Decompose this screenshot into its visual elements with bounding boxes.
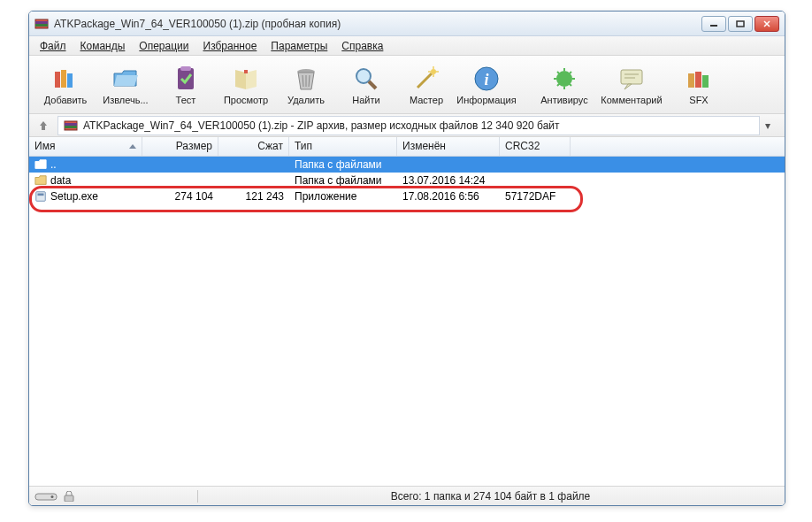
test-button[interactable]: Тест: [157, 59, 215, 111]
app-icon: [34, 17, 49, 31]
list-row[interactable]: dataПапка с файлами13.07.2016 14:24: [29, 173, 785, 188]
address-box[interactable]: ATKPackage_Win7_64_VER100050 (1).zip - Z…: [57, 116, 760, 135]
svg-rect-3: [710, 25, 717, 27]
svg-rect-1: [35, 21, 48, 24]
status-summary: Всего: 1 папка и 274 104 байт в 1 файле: [202, 490, 779, 503]
address-dropdown[interactable]: ▾: [765, 119, 779, 132]
list-row[interactable]: Setup.exe274 104121 243Приложение17.08.2…: [29, 188, 785, 204]
svg-rect-21: [621, 70, 642, 84]
list-row[interactable]: ..Папка с файлами: [29, 157, 785, 173]
cell-type: Папка с файлами: [289, 174, 397, 187]
cell-type: Приложение: [289, 190, 397, 203]
add-label: Добавить: [44, 95, 88, 105]
drive-icon: [34, 491, 57, 502]
minimize-icon: [709, 20, 718, 27]
svg-rect-4: [737, 21, 744, 27]
address-text: ATKPackage_Win7_64_VER100050 (1).zip - Z…: [83, 119, 560, 132]
list-body: ..Папка с файламиdataПапка с файлами13.0…: [29, 157, 785, 204]
svg-rect-29: [65, 126, 77, 128]
col-modified[interactable]: Изменён: [397, 137, 500, 156]
menu-favorites[interactable]: Избранное: [198, 38, 263, 54]
cell-packed: 121 243: [218, 190, 289, 203]
col-type[interactable]: Тип: [289, 137, 397, 156]
cell-crc: 57172DAF: [500, 190, 571, 203]
view-button[interactable]: Просмотр: [217, 59, 275, 111]
sfx-books-icon: [685, 65, 713, 93]
window-title: ATKPackage_Win7_64_VER100050 (1).zip (пр…: [54, 18, 701, 30]
books-stack-icon: [51, 65, 80, 93]
svg-point-17: [431, 69, 436, 74]
menu-operations[interactable]: Операции: [134, 38, 194, 54]
col-size[interactable]: Размер: [142, 137, 218, 156]
menu-commands[interactable]: Команды: [75, 38, 131, 54]
extract-button[interactable]: Извлечь...: [96, 59, 155, 111]
status-separator: [197, 490, 198, 503]
add-button[interactable]: Добавить: [36, 59, 95, 111]
comment-button[interactable]: Комментарий: [595, 59, 668, 111]
menu-options[interactable]: Параметры: [265, 38, 333, 54]
titlebar: ATKPackage_Win7_64_VER100050 (1).zip (пр…: [29, 12, 785, 36]
cell-modified: 17.08.2016 6:56: [397, 190, 500, 203]
svg-line-16: [369, 81, 376, 88]
info-button[interactable]: iИнформация: [457, 59, 516, 111]
col-packed[interactable]: Сжат: [218, 137, 289, 156]
cell-modified: 13.07.2016 14:24: [397, 174, 500, 187]
addressbar: ATKPackage_Win7_64_VER100050 (1).zip - Z…: [29, 114, 785, 137]
svg-rect-5: [55, 72, 60, 88]
info-icon: i: [472, 65, 501, 93]
cell-name: Setup.exe: [29, 190, 142, 203]
svg-rect-7: [67, 73, 73, 88]
svg-point-33: [51, 495, 54, 498]
winrar-window: ATKPackage_Win7_64_VER100050 (1).zip (пр…: [28, 11, 785, 506]
column-headers: Имя Размер Сжат Тип Изменён CRC32: [29, 137, 785, 157]
clipboard-check-icon: [172, 65, 200, 93]
close-icon: [762, 20, 771, 27]
virus-icon: [550, 65, 578, 93]
col-crc[interactable]: CRC32: [500, 137, 571, 156]
wizard-button[interactable]: Мастер: [397, 59, 456, 111]
sfx-button[interactable]: SFX: [670, 59, 728, 111]
info-label: Информация: [456, 95, 516, 105]
comment-icon: [617, 65, 646, 93]
cell-size: 274 104: [142, 190, 218, 203]
close-button[interactable]: [755, 16, 779, 32]
magnifier-icon: [352, 65, 380, 93]
svg-rect-2: [35, 24, 48, 27]
maximize-button[interactable]: [728, 16, 753, 32]
toolbar: Добавить Извлечь... Тест Просмотр Удалит…: [29, 56, 785, 114]
svg-rect-9: [180, 66, 191, 71]
view-label: Просмотр: [224, 95, 268, 105]
maximize-icon: [736, 20, 745, 27]
svg-rect-34: [65, 495, 73, 502]
svg-rect-30: [36, 192, 46, 202]
cell-name: data: [29, 174, 142, 187]
menu-file[interactable]: Файл: [34, 38, 72, 54]
delete-button[interactable]: Удалить: [277, 59, 335, 111]
minimize-button[interactable]: [701, 16, 726, 32]
sfx-label: SFX: [689, 95, 708, 105]
delete-label: Удалить: [287, 95, 325, 105]
cell-type: Папка с файлами: [289, 158, 397, 171]
test-label: Тест: [176, 95, 196, 105]
comment-label: Комментарий: [601, 95, 662, 105]
col-name[interactable]: Имя: [29, 137, 142, 156]
nav-up-button[interactable]: [34, 117, 52, 134]
menubar: Файл Команды Операции Избранное Параметр…: [29, 36, 785, 56]
archive-icon: [64, 119, 78, 133]
menu-help[interactable]: Справка: [336, 38, 388, 54]
antivirus-button[interactable]: Антивирус: [535, 59, 594, 111]
svg-rect-28: [65, 123, 77, 126]
svg-point-15: [356, 69, 371, 83]
svg-rect-6: [61, 70, 66, 88]
svg-rect-26: [702, 75, 709, 88]
svg-text:i: i: [484, 71, 488, 88]
find-label: Найти: [352, 95, 379, 105]
find-button[interactable]: Найти: [337, 59, 395, 111]
wizard-label: Мастер: [410, 95, 443, 105]
book-open-icon: [232, 65, 260, 93]
statusbar: Всего: 1 папка и 274 104 байт в 1 файле: [29, 486, 785, 505]
wand-icon: [412, 65, 440, 93]
svg-rect-10: [244, 70, 248, 73]
cell-name: ..: [29, 158, 142, 171]
antivirus-label: Антивирус: [540, 95, 587, 105]
